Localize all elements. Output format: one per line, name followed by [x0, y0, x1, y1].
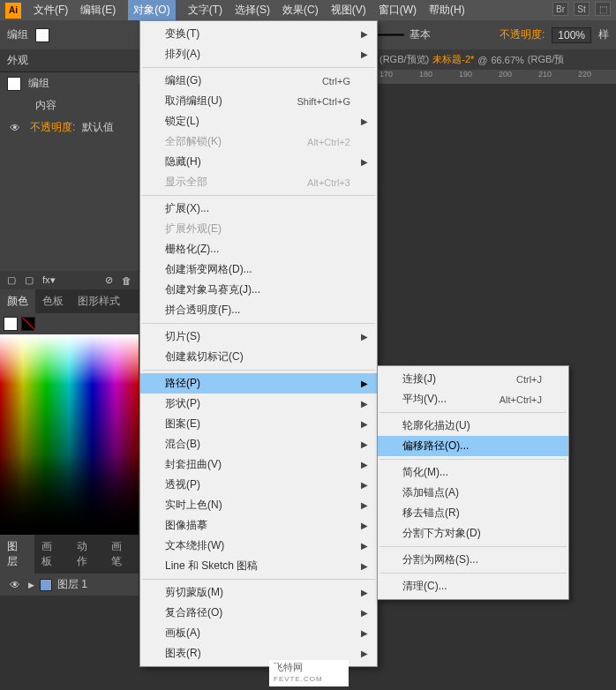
- menu-item[interactable]: 清理(C)...: [378, 576, 568, 596]
- color-spectrum-picker[interactable]: [0, 334, 139, 535]
- menu-item-label: 编组(G): [165, 73, 201, 88]
- menu-item[interactable]: 图案(E)▶: [140, 414, 377, 434]
- menu-item-label: 实时上色(N): [165, 498, 222, 513]
- menu-item[interactable]: 取消编组(U)Shift+Ctrl+G: [140, 91, 377, 111]
- menubar-item[interactable]: 文字(T): [188, 3, 222, 18]
- menu-item[interactable]: 编组(G)Ctrl+G: [140, 71, 377, 91]
- menu-item-label: 扩展(X)...: [165, 201, 209, 216]
- eye-icon[interactable]: 👁: [7, 122, 23, 134]
- menu-item[interactable]: 透视(P)▶: [140, 475, 377, 495]
- menu-item-shortcut: Shift+Ctrl+G: [297, 96, 350, 107]
- menu-item[interactable]: 路径(P)▶: [140, 373, 377, 394]
- menu-item-label: 透视(P): [165, 477, 200, 492]
- doc-at: @: [477, 55, 487, 65]
- menu-item[interactable]: 拼合透明度(F)...: [140, 300, 377, 320]
- menu-item[interactable]: 实时上色(N)▶: [140, 495, 377, 515]
- menu-item[interactable]: 分割下方对象(D): [378, 523, 568, 544]
- appearance-panel-title[interactable]: 外观: [0, 49, 139, 72]
- menu-item[interactable]: 扩展(X)...: [140, 199, 377, 219]
- tab-color[interactable]: 颜色: [0, 289, 35, 313]
- menu-item[interactable]: 剪切蒙版(M)▶: [140, 582, 377, 603]
- menu-item[interactable]: 隐藏(H)▶: [140, 152, 377, 172]
- menu-separator: [379, 546, 567, 547]
- object-menu-dropdown: 变换(T)▶排列(A)▶编组(G)Ctrl+G取消编组(U)Shift+Ctrl…: [139, 20, 378, 667]
- fill-swatch-white[interactable]: [4, 317, 18, 331]
- menu-item[interactable]: 变换(T)▶: [140, 24, 377, 44]
- menu-separator: [142, 370, 375, 371]
- menu-item[interactable]: 轮廓化描边(U): [378, 416, 568, 436]
- tab-actions[interactable]: 动作: [70, 535, 104, 574]
- menu-item[interactable]: 连接(J)Ctrl+J: [378, 369, 568, 389]
- fx-button[interactable]: fx▾: [42, 274, 56, 286]
- tab-brushes[interactable]: 画笔: [104, 535, 139, 574]
- menu-item[interactable]: 锁定(L)▶: [140, 111, 377, 131]
- menu-separator: [379, 573, 567, 574]
- menu-item[interactable]: 图像描摹▶: [140, 515, 377, 536]
- menu-item[interactable]: 简化(M)...: [378, 462, 568, 483]
- menu-item[interactable]: 排列(A)▶: [140, 44, 377, 64]
- clear-icon[interactable]: ⊘: [105, 274, 113, 286]
- appearance-opacity-label: 不透明度:: [30, 120, 75, 135]
- menu-item-label: 清理(C)...: [402, 579, 447, 594]
- right-workspace-icons: Br St ⬚: [552, 2, 611, 16]
- menubar-item[interactable]: 窗口(W): [379, 3, 417, 18]
- menu-item-label: 形状(P): [165, 396, 200, 411]
- menu-item[interactable]: 添加锚点(A): [378, 483, 568, 503]
- menu-item-label: 切片(S): [165, 329, 200, 344]
- eye-icon[interactable]: 👁: [7, 579, 23, 591]
- menu-item[interactable]: 移去锚点(R): [378, 503, 568, 523]
- tab-layers[interactable]: 图层: [0, 535, 34, 574]
- layer-name-label[interactable]: 图层 1: [57, 577, 87, 592]
- menu-item-label: 平均(V)...: [402, 392, 447, 407]
- menu-item[interactable]: 创建对象马赛克(J)...: [140, 280, 377, 300]
- menu-item[interactable]: 栅格化(Z)...: [140, 239, 377, 259]
- new-stroke-icon[interactable]: ▢: [25, 274, 34, 286]
- menu-item[interactable]: 创建渐变网格(D)...: [140, 259, 377, 280]
- appearance-opacity-value: 默认值: [82, 120, 114, 135]
- menu-item: 显示全部Alt+Ctrl+3: [140, 172, 377, 192]
- menu-item[interactable]: 画板(A)▶: [140, 623, 377, 643]
- tab-graphic-styles[interactable]: 图形样式: [71, 289, 127, 313]
- opacity-value-input[interactable]: 100%: [552, 27, 591, 43]
- menu-item[interactable]: 分割为网格(S)...: [378, 550, 568, 570]
- fill-swatch[interactable]: [35, 28, 49, 42]
- tab-artboards[interactable]: 画板: [34, 535, 69, 574]
- menu-item-label: 变换(T): [165, 26, 199, 41]
- doc-zoom: 66.67%: [491, 55, 523, 65]
- menu-item[interactable]: 文本绕排(W)▶: [140, 536, 377, 556]
- menu-item[interactable]: 混合(B)▶: [140, 434, 377, 454]
- menu-item[interactable]: 封套扭曲(V)▶: [140, 454, 377, 475]
- layer-row[interactable]: 👁 ▶ 图层 1: [0, 574, 139, 596]
- trash-icon[interactable]: 🗑: [122, 275, 131, 286]
- menu-item[interactable]: 创建裁切标记(C): [140, 347, 377, 367]
- menu-item[interactable]: 形状(P)▶: [140, 394, 377, 414]
- menu-item[interactable]: 偏移路径(O)...: [378, 436, 568, 456]
- new-fill-icon[interactable]: ▢: [7, 274, 16, 286]
- menubar-item[interactable]: 视图(V): [331, 3, 366, 18]
- menu-item-label: 取消编组(U): [165, 94, 222, 109]
- doc-name[interactable]: 未标题-2*: [432, 53, 474, 66]
- tab-swatches[interactable]: 色板: [35, 289, 71, 313]
- menubar-item[interactable]: 选择(S): [235, 3, 270, 18]
- menubar-item[interactable]: 效果(C): [282, 3, 319, 18]
- menu-item[interactable]: 平均(V)...Alt+Ctrl+J: [378, 389, 568, 409]
- menu-item-label: 连接(J): [402, 371, 436, 386]
- workspace-icon[interactable]: ⬚: [595, 2, 611, 16]
- menubar-item[interactable]: 对象(O): [128, 0, 175, 20]
- style-button[interactable]: 样: [598, 27, 609, 42]
- bridge-icon[interactable]: Br: [552, 2, 568, 16]
- menubar-item[interactable]: 编辑(E): [80, 3, 116, 18]
- menu-item[interactable]: 复合路径(O)▶: [140, 603, 377, 623]
- stock-icon[interactable]: St: [574, 2, 590, 16]
- menu-item-label: 创建对象马赛克(J)...: [165, 282, 260, 297]
- appearance-content-row[interactable]: 内容: [0, 94, 139, 116]
- color-panel-tabs: 颜色 色板 图形样式: [0, 289, 139, 313]
- expand-triangle-icon[interactable]: ▶: [28, 581, 34, 589]
- appearance-target-row[interactable]: 编组: [0, 72, 139, 94]
- appearance-opacity-row[interactable]: 👁 不透明度: 默认值: [0, 116, 139, 139]
- menu-item[interactable]: Line 和 Sketch 图稿▶: [140, 556, 377, 576]
- menubar-item[interactable]: 帮助(H): [429, 3, 465, 18]
- menu-item[interactable]: 切片(S)▶: [140, 326, 377, 347]
- menubar-item[interactable]: 文件(F): [34, 3, 68, 18]
- app-icon: Ai: [5, 3, 21, 19]
